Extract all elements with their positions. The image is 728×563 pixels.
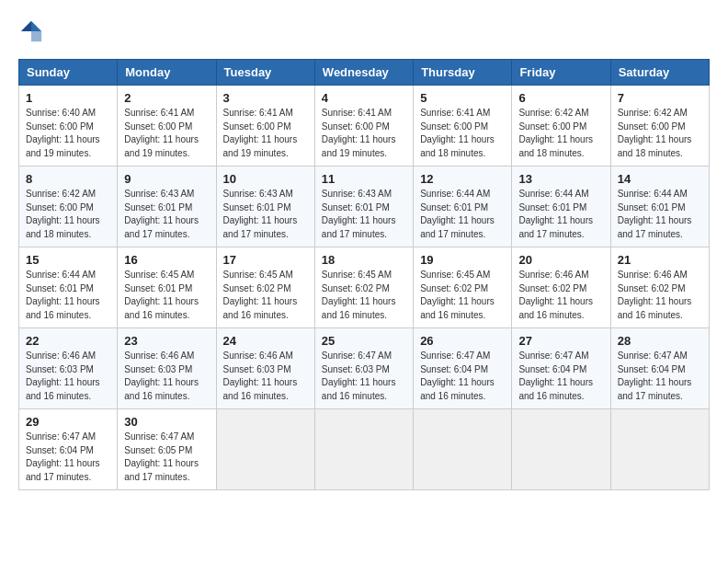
logo-icon (18, 18, 44, 44)
day-number: 24 (223, 334, 308, 348)
sunrise-text: Sunrise: 6:46 AM (26, 350, 96, 361)
sunset-text: Sunset: 6:00 PM (26, 121, 94, 132)
page-header (18, 18, 710, 44)
sunrise-text: Sunrise: 6:44 AM (420, 189, 490, 199)
cell-info: Sunrise: 6:43 AM Sunset: 6:01 PM Dayligh… (223, 188, 308, 241)
sunset-text: Sunset: 6:00 PM (26, 202, 94, 213)
daylight-text: Daylight: 11 hours and 16 minutes. (26, 377, 100, 401)
daylight-text: Daylight: 11 hours and 17 minutes. (618, 377, 692, 401)
sunset-text: Sunset: 6:01 PM (518, 202, 586, 213)
sunset-text: Sunset: 6:00 PM (518, 121, 586, 132)
sunset-text: Sunset: 6:00 PM (420, 121, 488, 132)
sunrise-text: Sunrise: 6:46 AM (124, 350, 194, 361)
cell-info: Sunrise: 6:47 AM Sunset: 6:04 PM Dayligh… (618, 350, 702, 403)
calendar-cell: 24 Sunrise: 6:46 AM Sunset: 6:03 PM Dayl… (216, 328, 314, 409)
calendar-cell: 15 Sunrise: 6:44 AM Sunset: 6:01 PM Dayl… (19, 247, 118, 328)
calendar-cell: 6 Sunrise: 6:42 AM Sunset: 6:00 PM Dayli… (512, 86, 610, 167)
cell-info: Sunrise: 6:44 AM Sunset: 6:01 PM Dayligh… (518, 188, 603, 241)
daylight-text: Daylight: 11 hours and 19 minutes. (223, 134, 298, 158)
calendar-week-row: 22 Sunrise: 6:46 AM Sunset: 6:03 PM Dayl… (19, 328, 710, 409)
sunrise-text: Sunrise: 6:44 AM (518, 189, 588, 199)
sunset-text: Sunset: 6:03 PM (223, 364, 291, 374)
sunset-text: Sunset: 6:00 PM (223, 121, 291, 132)
daylight-text: Daylight: 11 hours and 17 minutes. (322, 215, 396, 239)
calendar-cell (414, 409, 512, 490)
day-number: 11 (322, 172, 406, 186)
daylight-text: Daylight: 11 hours and 16 minutes. (420, 377, 495, 401)
day-number: 8 (26, 172, 110, 186)
day-of-week-header: Sunday (19, 60, 118, 86)
cell-info: Sunrise: 6:43 AM Sunset: 6:01 PM Dayligh… (322, 188, 406, 241)
cell-info: Sunrise: 6:41 AM Sunset: 6:00 PM Dayligh… (223, 107, 308, 160)
day-number: 22 (26, 334, 110, 348)
calendar-cell: 8 Sunrise: 6:42 AM Sunset: 6:00 PM Dayli… (19, 167, 118, 247)
sunset-text: Sunset: 6:01 PM (618, 202, 686, 213)
cell-info: Sunrise: 6:45 AM Sunset: 6:02 PM Dayligh… (223, 269, 308, 322)
calendar-cell: 25 Sunrise: 6:47 AM Sunset: 6:03 PM Dayl… (314, 328, 413, 409)
day-number: 15 (26, 253, 110, 267)
day-of-week-header: Tuesday (216, 60, 314, 86)
day-of-week-header: Friday (512, 60, 610, 86)
daylight-text: Daylight: 11 hours and 16 minutes. (124, 377, 199, 401)
sunset-text: Sunset: 6:00 PM (322, 121, 390, 132)
sunrise-text: Sunrise: 6:40 AM (26, 108, 96, 118)
day-number: 23 (124, 334, 209, 348)
day-number: 26 (420, 334, 505, 348)
svg-marker-1 (31, 31, 41, 41)
day-of-week-header: Wednesday (314, 60, 413, 86)
sunrise-text: Sunrise: 6:43 AM (322, 189, 392, 199)
calendar-header-row: SundayMondayTuesdayWednesdayThursdayFrid… (19, 60, 710, 86)
svg-marker-0 (31, 21, 41, 31)
daylight-text: Daylight: 11 hours and 19 minutes. (124, 134, 199, 158)
calendar-cell: 28 Sunrise: 6:47 AM Sunset: 6:04 PM Dayl… (610, 328, 709, 409)
daylight-text: Daylight: 11 hours and 16 minutes. (223, 377, 298, 401)
sunrise-text: Sunrise: 6:41 AM (322, 108, 392, 118)
calendar-cell (512, 409, 610, 490)
day-number: 19 (420, 253, 505, 267)
calendar-cell: 2 Sunrise: 6:41 AM Sunset: 6:00 PM Dayli… (118, 86, 216, 167)
cell-info: Sunrise: 6:42 AM Sunset: 6:00 PM Dayligh… (518, 107, 603, 160)
sunset-text: Sunset: 6:01 PM (322, 202, 390, 213)
sunset-text: Sunset: 6:05 PM (124, 445, 192, 455)
sunrise-text: Sunrise: 6:47 AM (420, 350, 490, 361)
sunset-text: Sunset: 6:04 PM (420, 364, 488, 374)
day-number: 2 (124, 91, 209, 105)
sunrise-text: Sunrise: 6:42 AM (26, 189, 96, 199)
sunrise-text: Sunrise: 6:43 AM (124, 189, 194, 199)
daylight-text: Daylight: 11 hours and 17 minutes. (26, 458, 100, 482)
day-number: 25 (322, 334, 406, 348)
daylight-text: Daylight: 11 hours and 17 minutes. (124, 458, 199, 482)
sunset-text: Sunset: 6:03 PM (322, 364, 390, 374)
sunset-text: Sunset: 6:02 PM (518, 283, 586, 293)
day-of-week-header: Saturday (610, 60, 709, 86)
day-number: 29 (26, 415, 110, 429)
cell-info: Sunrise: 6:47 AM Sunset: 6:03 PM Dayligh… (322, 350, 406, 403)
calendar-cell: 11 Sunrise: 6:43 AM Sunset: 6:01 PM Dayl… (314, 167, 413, 247)
calendar-cell: 7 Sunrise: 6:42 AM Sunset: 6:00 PM Dayli… (610, 86, 709, 167)
sunrise-text: Sunrise: 6:44 AM (26, 270, 96, 280)
day-number: 20 (518, 253, 603, 267)
sunset-text: Sunset: 6:03 PM (26, 364, 94, 374)
day-number: 14 (618, 172, 702, 186)
calendar-cell: 23 Sunrise: 6:46 AM Sunset: 6:03 PM Dayl… (118, 328, 216, 409)
daylight-text: Daylight: 11 hours and 18 minutes. (518, 134, 593, 158)
calendar-cell: 29 Sunrise: 6:47 AM Sunset: 6:04 PM Dayl… (19, 409, 118, 490)
cell-info: Sunrise: 6:47 AM Sunset: 6:04 PM Dayligh… (518, 350, 603, 403)
sunrise-text: Sunrise: 6:46 AM (618, 270, 688, 280)
day-number: 1 (26, 91, 110, 105)
daylight-text: Daylight: 11 hours and 16 minutes. (322, 377, 396, 401)
calendar-cell (216, 409, 314, 490)
daylight-text: Daylight: 11 hours and 17 minutes. (420, 215, 495, 239)
cell-info: Sunrise: 6:44 AM Sunset: 6:01 PM Dayligh… (26, 269, 110, 322)
daylight-text: Daylight: 11 hours and 18 minutes. (420, 134, 495, 158)
sunrise-text: Sunrise: 6:41 AM (223, 108, 293, 118)
cell-info: Sunrise: 6:46 AM Sunset: 6:02 PM Dayligh… (518, 269, 603, 322)
day-number: 3 (223, 91, 308, 105)
sunrise-text: Sunrise: 6:41 AM (124, 108, 194, 118)
cell-info: Sunrise: 6:42 AM Sunset: 6:00 PM Dayligh… (26, 188, 110, 241)
sunrise-text: Sunrise: 6:47 AM (518, 350, 588, 361)
calendar-cell: 4 Sunrise: 6:41 AM Sunset: 6:00 PM Dayli… (314, 86, 413, 167)
calendar-cell (610, 409, 709, 490)
sunset-text: Sunset: 6:02 PM (420, 283, 488, 293)
cell-info: Sunrise: 6:41 AM Sunset: 6:00 PM Dayligh… (322, 107, 406, 160)
